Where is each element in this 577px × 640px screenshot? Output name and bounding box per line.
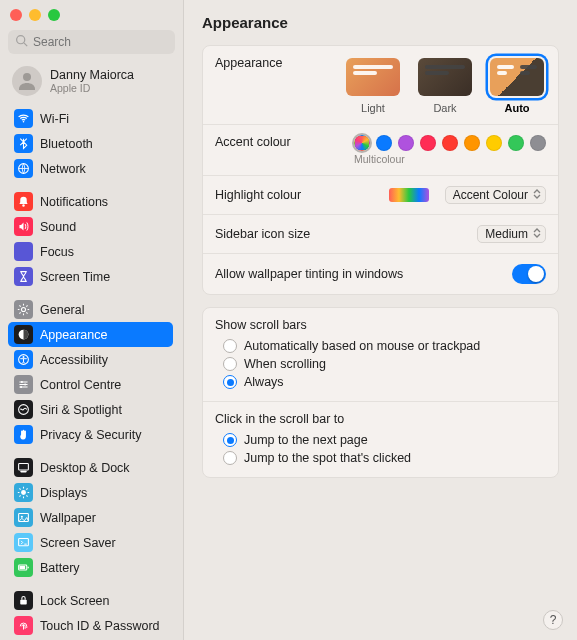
fingerprint-icon [14, 616, 33, 635]
sidebar-item-privacy[interactable]: Privacy & Security [8, 422, 173, 447]
appearance-mode-auto[interactable] [488, 56, 546, 98]
svg-point-11 [24, 383, 26, 385]
sidebar-item-battery[interactable]: Battery [8, 555, 173, 580]
svg-point-12 [20, 386, 22, 388]
appearance-mode-caption: Dark [416, 102, 474, 114]
sidebar-item-focus[interactable]: Focus [8, 239, 173, 264]
sidebar-item-accessibility[interactable]: Accessibility [8, 347, 173, 372]
scrollbars-option-always[interactable]: Always [215, 373, 546, 391]
chevron-updown-icon [532, 227, 542, 241]
highlight-value: Accent Colour [453, 188, 528, 202]
account-sub: Apple ID [50, 82, 134, 94]
help-button[interactable]: ? [543, 610, 563, 630]
sidebar-item-label: Accessibility [40, 353, 108, 367]
accent-swatch-2[interactable] [398, 135, 414, 151]
sidebar-item-touch-id[interactable]: Touch ID & Password [8, 613, 173, 638]
radio-icon [223, 375, 237, 389]
sidebar-icon-value: Medium [485, 227, 528, 241]
radio-icon [223, 339, 237, 353]
accent-swatch-5[interactable] [464, 135, 480, 151]
option-label: Automatically based on mouse or trackpad [244, 339, 480, 353]
sidebar-item-label: Notifications [40, 195, 108, 209]
sidebar: Danny Maiorca Apple ID Wi-FiBluetoothNet… [0, 0, 184, 640]
sidebar-item-screen-saver[interactable]: Screen Saver [8, 530, 173, 555]
sidebar-item-label: Battery [40, 561, 80, 575]
svg-line-1 [24, 43, 27, 46]
sidebar-item-general[interactable]: General [8, 297, 173, 322]
sidebar-item-bluetooth[interactable]: Bluetooth [8, 131, 173, 156]
hourglass-icon [14, 267, 33, 286]
svg-point-2 [23, 73, 31, 81]
scrollbars-label: Show scroll bars [215, 318, 546, 332]
sidebar-item-label: Bluetooth [40, 137, 93, 151]
appearance-mode-dark[interactable] [416, 56, 474, 98]
svg-rect-14 [19, 463, 29, 470]
search-input[interactable] [33, 35, 168, 49]
appearance-label: Appearance [215, 56, 282, 70]
minimize-button[interactable] [29, 9, 41, 21]
svg-rect-19 [19, 538, 29, 545]
scrollClick-option-spot[interactable]: Jump to the spot that's clicked [215, 449, 546, 467]
sidebar-item-wifi[interactable]: Wi-Fi [8, 106, 173, 131]
accessibility-icon [14, 350, 33, 369]
main-pane: Appearance Appearance LightDarkAuto Acce… [184, 0, 577, 640]
sidebar-item-desktop-dock[interactable]: Desktop & Dock [8, 455, 173, 480]
wifi-icon [14, 109, 33, 128]
sidebar-item-siri[interactable]: Siri & Spotlight [8, 397, 173, 422]
gear-icon [14, 300, 33, 319]
sidebar-item-network[interactable]: Network [8, 156, 173, 181]
sidebar-item-control-centre[interactable]: Control Centre [8, 372, 173, 397]
svg-point-10 [21, 381, 23, 383]
sidebar-icon-select[interactable]: Medium [477, 225, 546, 243]
search-field[interactable] [8, 30, 175, 54]
sidebar-item-screen-time[interactable]: Screen Time [8, 264, 173, 289]
svg-rect-21 [19, 566, 25, 569]
settings-window: Danny Maiorca Apple ID Wi-FiBluetoothNet… [0, 0, 577, 640]
svg-rect-15 [20, 471, 27, 473]
highlight-select[interactable]: Accent Colour [445, 186, 546, 204]
accent-swatch-4[interactable] [442, 135, 458, 151]
accent-swatch-0[interactable] [354, 135, 370, 151]
accent-swatch-3[interactable] [420, 135, 436, 151]
svg-rect-23 [20, 600, 27, 605]
sidebar-item-label: Wallpaper [40, 511, 96, 525]
sidebar-item-label: General [40, 303, 84, 317]
appearance-mode-light[interactable] [344, 56, 402, 98]
accent-swatch-7[interactable] [508, 135, 524, 151]
battery-icon [14, 558, 33, 577]
close-button[interactable] [10, 9, 22, 21]
sidebar-item-label: Network [40, 162, 86, 176]
sidebar-item-label: Appearance [40, 328, 107, 342]
accent-swatch-1[interactable] [376, 135, 392, 151]
sidebar-item-appearance[interactable]: Appearance [8, 322, 173, 347]
sun-icon [14, 483, 33, 502]
accent-label: Accent colour [215, 135, 291, 149]
tinting-toggle[interactable] [512, 264, 546, 284]
account-row[interactable]: Danny Maiorca Apple ID [0, 60, 183, 104]
sidebar-item-sound[interactable]: Sound [8, 214, 173, 239]
appearance-card: Appearance LightDarkAuto Accent colour M… [202, 45, 559, 295]
sidebar-item-label: Lock Screen [40, 594, 109, 608]
scrollbars-option-scrolling[interactable]: When scrolling [215, 355, 546, 373]
sidebar-item-label: Screen Saver [40, 536, 116, 550]
accent-swatch-6[interactable] [486, 135, 502, 151]
appearance-mode-caption: Auto [488, 102, 546, 114]
svg-rect-22 [28, 567, 29, 569]
svg-point-3 [23, 121, 25, 123]
scrollbars-option-auto[interactable]: Automatically based on mouse or trackpad [215, 337, 546, 355]
hand-icon [14, 425, 33, 444]
radio-icon [223, 433, 237, 447]
sidebar-item-label: Privacy & Security [40, 428, 141, 442]
maximize-button[interactable] [48, 9, 60, 21]
accent-swatch-8[interactable] [530, 135, 546, 151]
sidebar-list[interactable]: Wi-FiBluetoothNetworkNotificationsSoundF… [0, 104, 183, 640]
sidebar-item-lock-screen[interactable]: Lock Screen [8, 588, 173, 613]
sidebar-item-displays[interactable]: Displays [8, 480, 173, 505]
sidebar-item-label: Sound [40, 220, 76, 234]
scrollClick-option-next[interactable]: Jump to the next page [215, 431, 546, 449]
svg-point-0 [17, 36, 25, 44]
sidebar-item-wallpaper[interactable]: Wallpaper [8, 505, 173, 530]
sidebar-item-notifications[interactable]: Notifications [8, 189, 173, 214]
option-label: When scrolling [244, 357, 326, 371]
scroll-card: Show scroll bars Automatically based on … [202, 307, 559, 478]
